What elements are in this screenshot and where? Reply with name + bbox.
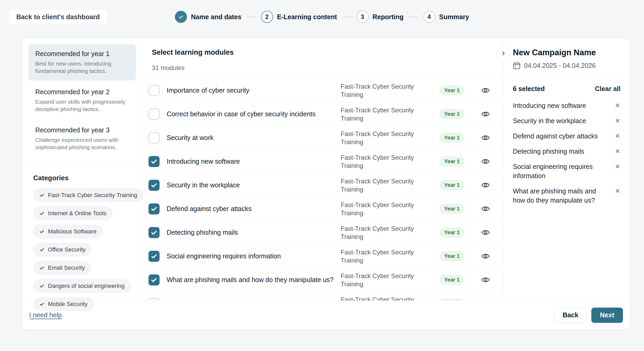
selected-module-item: Introducing new software (513, 101, 621, 110)
preview-module-button[interactable] (471, 252, 500, 260)
collapse-panel-button[interactable] (496, 47, 510, 61)
selected-count: 6 selected (513, 85, 545, 93)
clear-all-button[interactable]: Clear all (595, 85, 621, 93)
eye-icon (481, 205, 490, 213)
category-chip[interactable]: Malicious Software (33, 225, 103, 238)
module-category: Fast-Track Cyber Security Training (341, 248, 433, 264)
module-name: Importance of cyber security (167, 87, 341, 94)
module-row: Introducing new software Fast-Track Cybe… (142, 150, 503, 173)
module-row: What are phishing mails and how do they … (142, 268, 503, 292)
remove-module-button[interactable] (615, 118, 621, 125)
preview-module-button[interactable] (471, 205, 500, 213)
module-name: Security at work (167, 134, 341, 142)
module-checkbox[interactable] (148, 180, 160, 191)
step-label: Reporting (373, 13, 404, 21)
selected-module-item: Security in the workplace (513, 116, 621, 126)
categories-heading: Categories (33, 174, 136, 182)
campaign-name: New Campaign Name (513, 48, 621, 57)
check-icon (39, 283, 44, 289)
help-link[interactable]: I need help (29, 311, 62, 319)
recommendation-year-1[interactable]: Recommended for year 1 Best for new user… (28, 44, 136, 81)
back-button[interactable]: Back (554, 308, 587, 323)
module-badge-box: Year 1 (433, 251, 471, 261)
recommendation-year-2[interactable]: Recommended for year 2 Expand user skill… (28, 82, 136, 119)
category-chip-label: Internet & Online Tools (48, 210, 106, 217)
step-connector (409, 17, 417, 17)
remove-module-button[interactable] (615, 188, 621, 195)
module-checkbox[interactable] (148, 227, 160, 238)
step-label: E-Learning content (277, 13, 337, 21)
module-checkbox[interactable] (148, 298, 160, 301)
module-category: Fast-Track Cyber Security Training (341, 272, 433, 288)
chevron-right-icon (501, 51, 506, 57)
module-name: Correct behavior in case of cyber securi… (167, 110, 341, 118)
module-checkbox[interactable] (148, 132, 160, 143)
category-chip[interactable]: Dangers of social engineering (33, 279, 131, 293)
preview-module-button[interactable] (471, 134, 500, 142)
recommendation-description: Best for new users, introducing fundamen… (35, 60, 129, 75)
module-row: Security in the workplace Fast-Track Cyb… (142, 173, 503, 197)
category-chip-label: Fast-Track Cyber Security Training (48, 192, 137, 199)
preview-module-button[interactable] (471, 110, 500, 118)
module-row: Social engineering requires information … (142, 244, 503, 268)
module-category: Fast-Track Cyber Security Training (341, 153, 433, 170)
category-chip[interactable]: Office Security (33, 243, 92, 256)
module-row: Detecting phishing mails Fast-Track Cybe… (142, 221, 503, 244)
wizard-footer: I need help Back Next (22, 300, 630, 329)
module-checkbox[interactable] (148, 85, 160, 96)
footer-buttons: Back Next (554, 308, 623, 323)
svg-text:1: 1 (515, 65, 516, 68)
preview-module-button[interactable] (471, 158, 500, 165)
calendar-icon: 1 (513, 62, 521, 69)
module-badge-box: Year 1 (433, 157, 471, 166)
module-checkbox[interactable] (148, 156, 160, 167)
selected-module-label: Detecting phishing mails (513, 147, 584, 156)
campaign-summary-panel: New Campaign Name 1 04.04.2025 - 04.04.2… (503, 38, 630, 300)
category-chip[interactable]: Fast-Track Cyber Security Training (33, 189, 143, 202)
preview-module-button[interactable] (471, 181, 500, 189)
recommendation-title: Recommended for year 1 (35, 50, 129, 58)
remove-module-button[interactable] (615, 133, 621, 140)
step-elearning-content[interactable]: 2 E-Learning content (261, 11, 337, 23)
remove-module-button[interactable] (615, 102, 621, 109)
campaign-wizard-card: Recommended for year 1 Best for new user… (22, 38, 630, 330)
back-to-dashboard-button[interactable]: Back to client's dashboard (8, 9, 108, 24)
category-chip[interactable]: Internet & Online Tools (33, 207, 112, 220)
check-icon (39, 265, 44, 270)
module-checkbox[interactable] (148, 109, 160, 120)
module-list: Importance of cyber security Fast-Track … (142, 78, 503, 300)
module-badge-box: Year 1 (433, 109, 471, 119)
module-checkbox[interactable] (148, 203, 160, 214)
recommendation-description: Challenge experienced users with sophist… (35, 136, 129, 151)
step-summary[interactable]: 4 Summary (423, 11, 469, 23)
eye-icon (481, 229, 490, 236)
preview-module-button[interactable] (471, 229, 500, 236)
selected-module-label: Defend against cyber attacks (513, 132, 598, 141)
module-checkbox[interactable] (148, 251, 160, 262)
next-button[interactable]: Next (591, 308, 623, 323)
module-checkbox[interactable] (148, 274, 160, 285)
step-reporting[interactable]: 3 Reporting (356, 11, 404, 23)
recommendation-year-3[interactable]: Recommended for year 3 Challenge experie… (28, 121, 136, 157)
eye-icon (481, 181, 490, 189)
category-chip-label: Office Security (48, 246, 86, 253)
selected-module-item: Detecting phishing mails (513, 147, 621, 156)
recommendation-description: Expand user skills with progressively de… (35, 98, 129, 113)
category-chip-label: Malicious Software (48, 228, 97, 235)
selected-module-label: What are phishing mails and how do they … (513, 187, 600, 205)
module-badge-box: Year 1 (433, 86, 471, 95)
preview-module-button[interactable] (471, 276, 500, 284)
eye-icon (481, 110, 490, 118)
remove-module-button[interactable] (615, 148, 621, 155)
check-icon (39, 211, 44, 216)
year-badge: Year 1 (439, 180, 464, 190)
step-name-and-dates[interactable]: Name and dates (175, 11, 241, 23)
category-chip[interactable]: Email Security (33, 261, 91, 274)
module-name: Introducing new software (167, 158, 341, 165)
selected-module-label: Security in the workplace (513, 116, 586, 126)
wizard-stepper: Name and dates 2 E-Learning content 3 Re… (175, 9, 469, 24)
step-number: 2 (261, 11, 273, 23)
page-title: Select learning modules (152, 48, 494, 57)
remove-module-button[interactable] (615, 163, 621, 171)
preview-module-button[interactable] (471, 87, 500, 94)
